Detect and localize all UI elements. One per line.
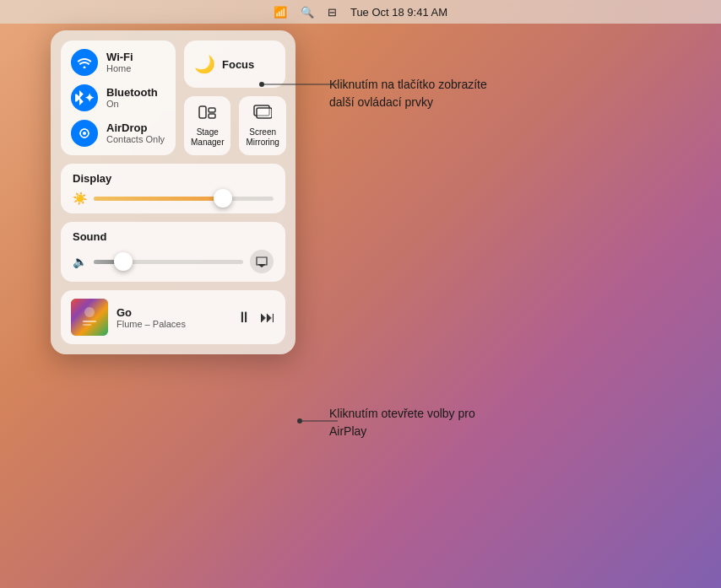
pause-button[interactable]: ⏸ (236, 309, 252, 326)
svg-rect-6 (257, 108, 272, 118)
top-section: Wi-Fi Home ✦ Bluetooth On (61, 40, 285, 155)
bluetooth-label: Bluetooth (106, 86, 158, 100)
airdrop-text: AirDrop Contacts Only (106, 121, 165, 146)
sound-section: Sound 🔈 (61, 222, 285, 282)
svg-rect-9 (83, 321, 96, 322)
stage-manager-icon (198, 105, 217, 124)
svg-rect-10 (83, 324, 91, 326)
svg-rect-4 (209, 114, 215, 118)
screen-mirroring-tile[interactable]: Screen Mirroring (239, 96, 285, 155)
sound-title: Sound (73, 230, 274, 243)
network-card: Wi-Fi Home ✦ Bluetooth On (61, 40, 176, 155)
svg-point-1 (83, 132, 86, 135)
volume-thumb[interactable] (114, 252, 133, 271)
svg-point-8 (84, 307, 95, 317)
airdrop-toggle[interactable]: AirDrop Contacts Only (71, 120, 165, 147)
brightness-fill (94, 197, 223, 201)
brightness-thumb[interactable] (214, 189, 232, 208)
now-playing-text: Go Flume – Palaces (117, 306, 228, 329)
annotation-top: Kliknutím na tlačítko zobrazíte další ov… (329, 76, 498, 111)
wifi-sublabel: Home (106, 63, 133, 74)
bluetooth-icon: ✦ (71, 84, 98, 111)
annotation-top-arrow (253, 67, 346, 101)
annotation-bottom-arrow (295, 417, 346, 425)
focus-label: Focus (222, 58, 254, 71)
airdrop-label: AirDrop (106, 121, 165, 135)
skip-forward-button[interactable]: ⏭ (260, 309, 275, 326)
svg-point-14 (297, 418, 302, 423)
display-section: Display ☀️ (61, 164, 285, 213)
screen-mirroring-icon (253, 105, 272, 124)
svg-point-12 (259, 82, 264, 87)
wifi-text: Wi-Fi Home (106, 51, 133, 75)
playback-controls: ⏸ ⏭ (236, 309, 275, 326)
album-art (71, 299, 108, 336)
airplay-button[interactable] (250, 250, 274, 273)
wifi-label: Wi-Fi (106, 51, 133, 64)
stage-manager-tile[interactable]: Stage Manager (184, 96, 230, 155)
screen-mirroring-label: Screen Mirroring (246, 127, 279, 148)
wifi-icon (71, 49, 98, 76)
bluetooth-toggle[interactable]: ✦ Bluetooth On (71, 84, 165, 111)
stage-manager-label: Stage Manager (191, 127, 224, 148)
brightness-slider-row: ☀️ (73, 192, 274, 205)
svg-rect-3 (209, 108, 215, 112)
svg-rect-2 (199, 106, 206, 118)
now-playing-section: Go Flume – Palaces ⏸ ⏭ (61, 290, 285, 344)
airdrop-sublabel: Contacts Only (106, 134, 165, 145)
track-artist: Flume – Palaces (117, 319, 228, 329)
brightness-track[interactable] (94, 197, 274, 201)
small-tiles: Stage Manager Screen Mirroring (184, 96, 285, 155)
focus-moon-icon: 🌙 (194, 54, 215, 74)
wifi-toggle[interactable]: Wi-Fi Home (71, 49, 165, 76)
volume-slider-row: 🔈 (73, 250, 274, 273)
track-title: Go (117, 306, 228, 319)
brightness-icon: ☀️ (73, 192, 87, 205)
volume-icon: 🔈 (73, 255, 87, 268)
airdrop-icon (71, 120, 98, 147)
wifi-icon: 📶 (274, 6, 287, 19)
bluetooth-sublabel: On (106, 99, 158, 110)
bluetooth-text: Bluetooth On (106, 86, 158, 111)
display-title: Display (73, 172, 274, 185)
control-center-icon[interactable]: ⊟ (328, 6, 337, 19)
menubar-datetime: Tue Oct 18 9:41 AM (350, 6, 447, 19)
volume-track[interactable] (94, 260, 243, 264)
search-icon[interactable]: 🔍 (301, 6, 314, 19)
annotation-bottom: Kliknutím otevřete volby pro AirPlay (329, 405, 498, 440)
menubar: 📶 🔍 ⊟ Tue Oct 18 9:41 AM (0, 0, 721, 24)
